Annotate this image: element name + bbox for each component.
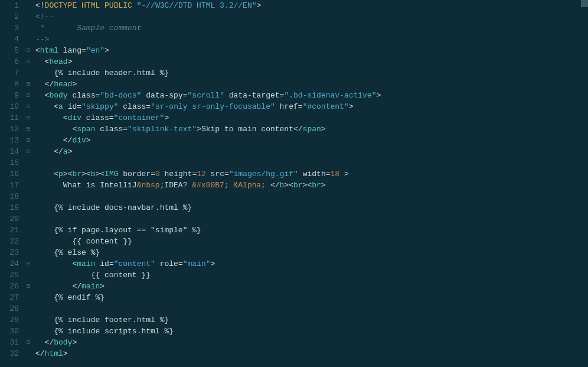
code-line[interactable] [35, 191, 588, 202]
code-line[interactable]: {% include footer.html %} [35, 314, 588, 326]
code-line[interactable] [35, 213, 588, 225]
line-number: 7 [0, 67, 19, 79]
fold-marker [24, 67, 33, 79]
fold-marker [24, 303, 33, 314]
fold-marker[interactable]: ⊞ [24, 337, 33, 348]
code-line[interactable]: <!-- [35, 11, 588, 22]
code-line[interactable]: --> [35, 34, 588, 45]
line-number: 23 [0, 247, 19, 258]
fold-marker [24, 213, 33, 225]
code-line[interactable] [35, 303, 588, 314]
line-number: 11 [0, 112, 19, 124]
fold-marker [24, 11, 33, 22]
fold-marker [24, 292, 33, 303]
fold-marker [24, 0, 33, 11]
line-number: 4 [0, 34, 19, 45]
line-number: 28 [0, 303, 19, 314]
code-line[interactable]: {% endif %} [35, 292, 588, 303]
code-line[interactable]: {{ content }} [35, 269, 588, 281]
fold-marker [24, 225, 33, 236]
code-line[interactable]: </main> [35, 281, 588, 292]
line-number: 30 [0, 326, 19, 337]
fold-column[interactable]: ⊟⊟⊞⊟⊟⊟⊟⊞⊞⊟⊞⊞ [24, 0, 33, 367]
fold-marker [24, 22, 33, 34]
fold-marker [24, 247, 33, 258]
code-line[interactable]: </a> [35, 146, 588, 157]
fold-marker[interactable]: ⊟ [24, 258, 33, 269]
code-area[interactable]: <!DOCTYPE HTML PUBLIC "-//W3C//DTD HTML … [33, 0, 588, 367]
code-line[interactable]: {% include scripts.html %} [35, 326, 588, 337]
line-number: 10 [0, 101, 19, 112]
fold-marker[interactable]: ⊞ [24, 79, 33, 90]
fold-marker[interactable]: ⊟ [24, 124, 33, 135]
line-number: 2 [0, 11, 19, 22]
line-number: 1 [0, 0, 19, 11]
fold-marker[interactable]: ⊟ [24, 112, 33, 124]
line-number: 18 [0, 191, 19, 202]
line-number: 26 [0, 281, 19, 292]
fold-marker[interactable]: ⊟ [24, 45, 33, 56]
code-line[interactable]: <html lang="en"> [35, 45, 588, 56]
fold-marker[interactable]: ⊞ [24, 281, 33, 292]
line-number: 22 [0, 236, 19, 247]
code-line[interactable]: <!DOCTYPE HTML PUBLIC "-//W3C//DTD HTML … [35, 0, 588, 11]
fold-marker [24, 269, 33, 281]
line-number: 5 [0, 45, 19, 56]
code-line[interactable]: <head> [35, 56, 588, 67]
line-number: 16 [0, 168, 19, 180]
code-line[interactable]: {% include header.html %} [35, 67, 588, 79]
line-number: 3 [0, 22, 19, 34]
scrollbar-thumb[interactable] [581, 0, 588, 7]
line-number: 20 [0, 213, 19, 225]
fold-marker [24, 180, 33, 191]
fold-marker [24, 326, 33, 337]
fold-marker [24, 348, 33, 359]
fold-marker [24, 191, 33, 202]
code-line[interactable]: <span class="skiplink-text">Skip to main… [35, 124, 588, 135]
line-number: 14 [0, 146, 19, 157]
line-number: 15 [0, 157, 19, 168]
code-line[interactable]: {{ content }} [35, 236, 588, 247]
code-line[interactable]: </head> [35, 79, 588, 90]
line-number: 6 [0, 56, 19, 67]
line-number: 31 [0, 337, 19, 348]
fold-marker[interactable]: ⊟ [24, 101, 33, 112]
fold-marker[interactable]: ⊞ [24, 146, 33, 157]
fold-marker [24, 168, 33, 180]
code-editor[interactable]: 1234567891011121314151617181920212223242… [0, 0, 588, 367]
code-line[interactable]: What is IntelliJ&nbsp;IDEA? &#x00B7; &Al… [35, 180, 588, 191]
line-number: 17 [0, 180, 19, 191]
line-number: 32 [0, 348, 19, 359]
code-line[interactable]: </div> [35, 135, 588, 146]
fold-marker [24, 236, 33, 247]
code-line[interactable]: <main id="content" role="main"> [35, 258, 588, 269]
vertical-scrollbar[interactable] [581, 0, 588, 367]
fold-marker[interactable]: ⊞ [24, 135, 33, 146]
code-line[interactable]: <div class="container"> [35, 112, 588, 124]
line-number-gutter: 1234567891011121314151617181920212223242… [0, 0, 24, 367]
code-line[interactable] [35, 157, 588, 168]
code-line[interactable]: </body> [35, 337, 588, 348]
line-number: 8 [0, 79, 19, 90]
code-line[interactable]: * Sample comment [35, 22, 588, 34]
line-number: 19 [0, 202, 19, 213]
fold-marker [24, 202, 33, 213]
fold-marker [24, 314, 33, 326]
line-number: 29 [0, 314, 19, 326]
code-line[interactable]: <a id="skippy" class="sr-only sr-only-fo… [35, 101, 588, 112]
code-line[interactable]: {% if page.layout == "simple" %} [35, 225, 588, 236]
code-line[interactable]: <p><br><b><IMG border=0 height=12 src="i… [35, 168, 588, 180]
line-number: 24 [0, 258, 19, 269]
line-number: 12 [0, 124, 19, 135]
code-line[interactable]: {% else %} [35, 247, 588, 258]
code-line[interactable]: <body class="bd-docs" data-spy="scroll" … [35, 90, 588, 101]
fold-marker [24, 34, 33, 45]
fold-marker[interactable]: ⊟ [24, 56, 33, 67]
fold-marker [24, 157, 33, 168]
line-number: 13 [0, 135, 19, 146]
code-line[interactable]: </html> [35, 348, 588, 359]
fold-marker[interactable]: ⊟ [24, 90, 33, 101]
code-line[interactable]: {% include docs-navbar.html %} [35, 202, 588, 213]
line-number: 9 [0, 90, 19, 101]
line-number: 27 [0, 292, 19, 303]
